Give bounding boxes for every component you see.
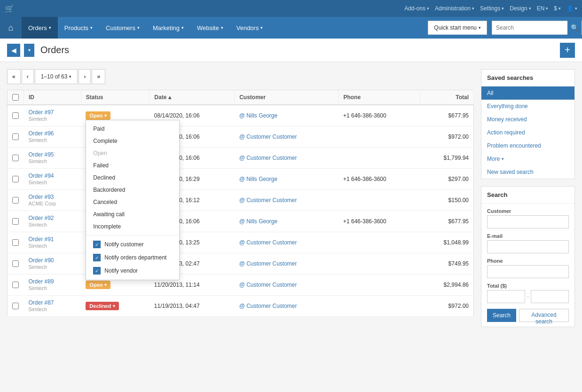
saved-searches-section: Saved searches All Everything done Money… bbox=[481, 69, 575, 179]
status-badge-declined[interactable]: Declined ▾ bbox=[86, 302, 119, 310]
dropdown-check-notify-vendor[interactable]: ✓ Notify vendor bbox=[86, 264, 179, 277]
settings-link[interactable]: Settings ▾ bbox=[480, 5, 504, 12]
design-link[interactable]: Design ▾ bbox=[510, 5, 531, 12]
nav-website[interactable]: Website ▾ bbox=[190, 17, 230, 39]
customer-link[interactable]: @ Nills George bbox=[239, 112, 334, 119]
dropdown-item-backordered[interactable]: Backordered bbox=[86, 184, 179, 196]
row-checkbox[interactable] bbox=[12, 176, 19, 182]
order-id-link[interactable]: Order #92 bbox=[29, 215, 77, 221]
dropdown-item-canceled[interactable]: Canceled bbox=[86, 196, 179, 208]
row-checkbox[interactable] bbox=[12, 133, 19, 140]
top-search-input[interactable] bbox=[492, 21, 567, 34]
row-checkbox[interactable] bbox=[12, 260, 19, 267]
email-input[interactable] bbox=[487, 240, 569, 253]
nav-dropdown-button[interactable]: ▾ bbox=[24, 44, 34, 57]
search-button[interactable]: Search bbox=[487, 309, 516, 322]
row-total-cell: $297.00 bbox=[420, 169, 473, 190]
row-status-cell: Declined ▾ bbox=[81, 296, 149, 317]
advanced-search-button[interactable]: Advanced search bbox=[519, 309, 569, 322]
saved-search-new[interactable]: New saved search bbox=[481, 165, 574, 179]
prev-page-button[interactable]: ‹ bbox=[22, 69, 34, 84]
order-id-link[interactable]: Order #96 bbox=[29, 130, 77, 137]
dropdown-divider bbox=[86, 235, 179, 235]
customer-link[interactable]: @ Customer Customer bbox=[239, 155, 334, 161]
customer-link[interactable]: @ Customer Customer bbox=[239, 197, 334, 204]
customer-link[interactable]: @ Nills George bbox=[239, 176, 334, 182]
row-checkbox[interactable] bbox=[12, 218, 19, 225]
table-row: Order #95 Simtech 08/14/2020, 16:06 @ Cu… bbox=[8, 148, 474, 169]
nav-products[interactable]: Products ▾ bbox=[58, 17, 99, 39]
status-badge-open[interactable]: Open ▾ bbox=[86, 111, 110, 120]
nav-vendors[interactable]: Vendors ▾ bbox=[230, 17, 270, 39]
order-id-link[interactable]: Order #90 bbox=[29, 257, 77, 264]
nav-marketing[interactable]: Marketing ▾ bbox=[146, 17, 190, 39]
first-page-button[interactable]: « bbox=[7, 69, 21, 84]
customer-link[interactable]: @ Customer Customer bbox=[239, 260, 334, 267]
addons-link[interactable]: Add-ons ▾ bbox=[404, 5, 429, 12]
currency-selector[interactable]: $ ▾ bbox=[554, 5, 561, 12]
user-menu[interactable]: 👤 ▾ bbox=[566, 5, 577, 12]
customer-link[interactable]: @ Customer Customer bbox=[239, 303, 334, 309]
row-checkbox[interactable] bbox=[12, 239, 19, 246]
row-date-cell: 11/19/2013, 04:47 bbox=[149, 296, 235, 317]
row-customer-cell: @ Customer Customer bbox=[235, 232, 338, 253]
row-phone-cell bbox=[338, 126, 420, 148]
saved-search-all[interactable]: All bbox=[481, 86, 574, 100]
next-page-button[interactable]: › bbox=[79, 69, 91, 84]
dropdown-item-complete[interactable]: Complete bbox=[86, 135, 179, 147]
row-checkbox[interactable] bbox=[12, 155, 19, 161]
nav-orders[interactable]: Orders ▾ bbox=[22, 17, 58, 39]
total-min-input[interactable] bbox=[487, 290, 525, 303]
order-id-link[interactable]: Order #93 bbox=[29, 194, 77, 200]
nav-customers[interactable]: Customers ▾ bbox=[99, 17, 146, 39]
customer-link[interactable]: @ Customer Customer bbox=[239, 239, 334, 246]
row-checkbox-cell bbox=[8, 211, 24, 232]
page-info[interactable]: 1–10 of 63 ▾ bbox=[35, 69, 78, 84]
status-badge-open[interactable]: Open ▾ bbox=[86, 281, 110, 289]
add-order-button[interactable]: + bbox=[560, 43, 575, 58]
saved-search-everything-done[interactable]: Everything done bbox=[481, 100, 574, 113]
order-id-link[interactable]: Order #89 bbox=[29, 278, 77, 285]
order-id-link[interactable]: Order #94 bbox=[29, 172, 77, 179]
saved-search-problem-encountered[interactable]: Problem encountered bbox=[481, 139, 574, 152]
home-button[interactable]: ⌂ bbox=[0, 17, 22, 39]
customer-link[interactable]: @ Customer Customer bbox=[239, 282, 334, 288]
saved-search-money-received[interactable]: Money received bbox=[481, 113, 574, 126]
row-phone-cell bbox=[338, 232, 420, 253]
order-id-link[interactable]: Order #97 bbox=[29, 109, 77, 116]
back-button[interactable]: ◀ bbox=[7, 44, 20, 57]
last-page-button[interactable]: » bbox=[92, 69, 105, 84]
row-id-cell: Order #89 Simtech bbox=[24, 274, 81, 296]
order-id-link[interactable]: Order #87 bbox=[29, 299, 77, 306]
saved-search-more[interactable]: More ▾ bbox=[481, 152, 574, 165]
dropdown-item-declined[interactable]: Declined bbox=[86, 172, 179, 184]
dropdown-item-failed[interactable]: Failed bbox=[86, 159, 179, 172]
customer-link[interactable]: @ Nills George bbox=[239, 218, 334, 225]
quick-start-button[interactable]: Quick start menu ▾ bbox=[428, 21, 487, 35]
dropdown-check-notify-orders-department[interactable]: ✓ Notify orders department bbox=[86, 251, 179, 264]
dropdown-item-awaiting-call[interactable]: Awaiting call bbox=[86, 208, 179, 220]
table-row: Order #94 Simtech 08/14/2020, 16:29 @ Ni… bbox=[8, 169, 474, 190]
row-checkbox[interactable] bbox=[12, 282, 19, 288]
top-search-button[interactable]: 🔍 bbox=[567, 21, 582, 35]
order-id-link[interactable]: Order #91 bbox=[29, 236, 77, 243]
dropdown-item-paid[interactable]: Paid bbox=[86, 123, 179, 135]
row-checkbox[interactable] bbox=[12, 303, 19, 309]
cart-icon[interactable]: 🛒 bbox=[5, 4, 14, 13]
customer-link[interactable]: @ Customer Customer bbox=[239, 133, 334, 140]
row-phone-cell: +1 646-386-3600 bbox=[338, 105, 420, 126]
dropdown-item-incomplete[interactable]: Incomplete bbox=[86, 220, 179, 233]
row-checkbox[interactable] bbox=[12, 197, 19, 204]
total-max-input[interactable] bbox=[531, 290, 569, 303]
order-id-link[interactable]: Order #95 bbox=[29, 151, 77, 158]
row-checkbox-cell bbox=[8, 148, 24, 169]
row-checkbox[interactable] bbox=[12, 112, 19, 119]
phone-input[interactable] bbox=[487, 265, 569, 278]
date-column-header[interactable]: Date ▴ bbox=[149, 90, 235, 105]
language-selector[interactable]: EN ▾ bbox=[537, 5, 549, 12]
customer-input[interactable] bbox=[487, 215, 569, 228]
saved-search-action-required[interactable]: Action required bbox=[481, 126, 574, 139]
administration-link[interactable]: Administration ▾ bbox=[435, 5, 474, 12]
dropdown-check-notify-customer[interactable]: ✓ Notify customer bbox=[86, 238, 179, 251]
select-all-checkbox[interactable] bbox=[12, 94, 19, 101]
